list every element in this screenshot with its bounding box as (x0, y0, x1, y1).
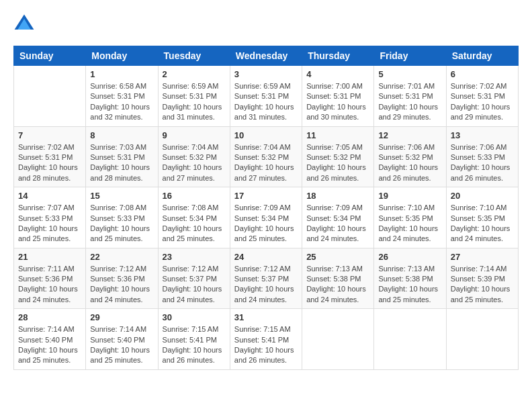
calendar-cell: 27Sunrise: 7:14 AM Sunset: 5:39 PM Dayli… (446, 248, 518, 309)
day-number: 14 (18, 191, 81, 201)
day-info: Sunrise: 7:13 AM Sunset: 5:38 PM Dayligh… (378, 264, 441, 306)
calendar-cell: 21Sunrise: 7:11 AM Sunset: 5:36 PM Dayli… (14, 248, 86, 309)
calendar-cell: 22Sunrise: 7:12 AM Sunset: 5:36 PM Dayli… (86, 248, 158, 309)
calendar-cell: 11Sunrise: 7:05 AM Sunset: 5:32 PM Dayli… (302, 126, 374, 187)
day-number: 3 (234, 69, 298, 79)
day-info: Sunrise: 7:10 AM Sunset: 5:35 PM Dayligh… (378, 203, 441, 244)
day-info: Sunrise: 7:04 AM Sunset: 5:32 PM Dayligh… (163, 142, 226, 184)
column-header-wednesday: Wednesday (230, 46, 302, 66)
day-info: Sunrise: 7:14 AM Sunset: 5:39 PM Dayligh… (451, 264, 514, 306)
calendar-cell: 30Sunrise: 7:15 AM Sunset: 5:41 PM Dayli… (158, 309, 230, 370)
calendar-cell: 7Sunrise: 7:02 AM Sunset: 5:31 PM Daylig… (14, 126, 86, 187)
day-info: Sunrise: 7:15 AM Sunset: 5:41 PM Dayligh… (163, 324, 226, 366)
calendar-cell: 10Sunrise: 7:04 AM Sunset: 5:32 PM Dayli… (230, 126, 302, 187)
day-info: Sunrise: 7:03 AM Sunset: 5:31 PM Dayligh… (90, 142, 153, 184)
day-info: Sunrise: 7:02 AM Sunset: 5:31 PM Dayligh… (451, 81, 514, 123)
column-header-tuesday: Tuesday (158, 46, 230, 66)
day-number: 9 (163, 130, 226, 140)
day-number: 15 (90, 191, 153, 201)
calendar-cell: 3Sunrise: 6:59 AM Sunset: 5:31 PM Daylig… (230, 66, 302, 127)
day-info: Sunrise: 7:07 AM Sunset: 5:33 PM Dayligh… (18, 203, 81, 244)
calendar-week-row: 14Sunrise: 7:07 AM Sunset: 5:33 PM Dayli… (14, 187, 519, 248)
day-number: 18 (306, 191, 369, 201)
day-number: 29 (90, 312, 153, 322)
calendar-week-row: 1Sunrise: 6:58 AM Sunset: 5:31 PM Daylig… (14, 66, 519, 127)
calendar-week-row: 21Sunrise: 7:11 AM Sunset: 5:36 PM Dayli… (14, 248, 519, 309)
calendar-cell: 19Sunrise: 7:10 AM Sunset: 5:35 PM Dayli… (374, 187, 446, 248)
page-header (13, 13, 519, 35)
day-number: 4 (306, 69, 369, 79)
logo-icon (13, 13, 35, 35)
calendar-cell: 13Sunrise: 7:06 AM Sunset: 5:33 PM Dayli… (446, 126, 518, 187)
calendar-cell: 8Sunrise: 7:03 AM Sunset: 5:31 PM Daylig… (86, 126, 158, 187)
calendar-cell: 17Sunrise: 7:09 AM Sunset: 5:34 PM Dayli… (230, 187, 302, 248)
calendar-table: SundayMondayTuesdayWednesdayThursdayFrid… (13, 46, 519, 370)
calendar-cell (14, 66, 86, 127)
calendar-cell (374, 309, 446, 370)
calendar-body: 1Sunrise: 6:58 AM Sunset: 5:31 PM Daylig… (14, 66, 519, 370)
calendar-cell: 4Sunrise: 7:00 AM Sunset: 5:31 PM Daylig… (302, 66, 374, 127)
day-number: 6 (451, 69, 514, 79)
calendar-cell: 2Sunrise: 6:59 AM Sunset: 5:31 PM Daylig… (158, 66, 230, 127)
column-header-friday: Friday (374, 46, 446, 66)
calendar-cell (446, 309, 518, 370)
day-info: Sunrise: 7:06 AM Sunset: 5:33 PM Dayligh… (451, 142, 514, 184)
day-info: Sunrise: 7:15 AM Sunset: 5:41 PM Dayligh… (234, 324, 298, 366)
day-info: Sunrise: 7:14 AM Sunset: 5:40 PM Dayligh… (18, 324, 81, 366)
day-info: Sunrise: 6:58 AM Sunset: 5:31 PM Dayligh… (90, 81, 153, 123)
calendar-cell: 28Sunrise: 7:14 AM Sunset: 5:40 PM Dayli… (14, 309, 86, 370)
calendar-cell: 31Sunrise: 7:15 AM Sunset: 5:41 PM Dayli… (230, 309, 302, 370)
calendar-cell: 5Sunrise: 7:01 AM Sunset: 5:31 PM Daylig… (374, 66, 446, 127)
day-number: 12 (378, 130, 441, 140)
day-number: 20 (451, 191, 514, 201)
day-info: Sunrise: 7:13 AM Sunset: 5:38 PM Dayligh… (306, 264, 369, 306)
day-info: Sunrise: 6:59 AM Sunset: 5:31 PM Dayligh… (234, 81, 298, 123)
day-info: Sunrise: 7:04 AM Sunset: 5:32 PM Dayligh… (234, 142, 298, 184)
day-number: 24 (234, 252, 298, 262)
day-info: Sunrise: 7:12 AM Sunset: 5:36 PM Dayligh… (90, 264, 153, 306)
day-info: Sunrise: 7:08 AM Sunset: 5:34 PM Dayligh… (163, 203, 226, 244)
column-header-sunday: Sunday (14, 46, 86, 66)
day-number: 19 (378, 191, 441, 201)
day-number: 10 (234, 130, 298, 140)
calendar-cell: 18Sunrise: 7:09 AM Sunset: 5:34 PM Dayli… (302, 187, 374, 248)
calendar-header: SundayMondayTuesdayWednesdayThursdayFrid… (14, 46, 519, 66)
day-info: Sunrise: 7:02 AM Sunset: 5:31 PM Dayligh… (18, 142, 81, 184)
calendar-cell: 6Sunrise: 7:02 AM Sunset: 5:31 PM Daylig… (446, 66, 518, 127)
day-info: Sunrise: 7:12 AM Sunset: 5:37 PM Dayligh… (234, 264, 298, 306)
day-number: 2 (163, 69, 226, 79)
calendar-cell (302, 309, 374, 370)
day-number: 13 (451, 130, 514, 140)
calendar-cell: 26Sunrise: 7:13 AM Sunset: 5:38 PM Dayli… (374, 248, 446, 309)
calendar-cell: 9Sunrise: 7:04 AM Sunset: 5:32 PM Daylig… (158, 126, 230, 187)
day-number: 25 (306, 252, 369, 262)
calendar-week-row: 28Sunrise: 7:14 AM Sunset: 5:40 PM Dayli… (14, 309, 519, 370)
day-info: Sunrise: 7:09 AM Sunset: 5:34 PM Dayligh… (234, 203, 298, 244)
calendar-cell: 15Sunrise: 7:08 AM Sunset: 5:33 PM Dayli… (86, 187, 158, 248)
day-number: 7 (18, 130, 81, 140)
calendar-cell: 23Sunrise: 7:12 AM Sunset: 5:37 PM Dayli… (158, 248, 230, 309)
column-header-monday: Monday (86, 46, 158, 66)
calendar-cell: 29Sunrise: 7:14 AM Sunset: 5:40 PM Dayli… (86, 309, 158, 370)
column-header-saturday: Saturday (446, 46, 518, 66)
day-info: Sunrise: 7:12 AM Sunset: 5:37 PM Dayligh… (163, 264, 226, 306)
calendar-cell: 16Sunrise: 7:08 AM Sunset: 5:34 PM Dayli… (158, 187, 230, 248)
day-info: Sunrise: 7:06 AM Sunset: 5:32 PM Dayligh… (378, 142, 441, 184)
day-number: 1 (90, 69, 153, 79)
day-info: Sunrise: 7:01 AM Sunset: 5:31 PM Dayligh… (378, 81, 441, 123)
calendar-cell: 12Sunrise: 7:06 AM Sunset: 5:32 PM Dayli… (374, 126, 446, 187)
day-info: Sunrise: 7:08 AM Sunset: 5:33 PM Dayligh… (90, 203, 153, 244)
day-number: 17 (234, 191, 298, 201)
day-number: 11 (306, 130, 369, 140)
day-info: Sunrise: 7:11 AM Sunset: 5:36 PM Dayligh… (18, 264, 81, 306)
calendar-cell: 14Sunrise: 7:07 AM Sunset: 5:33 PM Dayli… (14, 187, 86, 248)
day-number: 16 (163, 191, 226, 201)
day-number: 26 (378, 252, 441, 262)
day-number: 5 (378, 69, 441, 79)
calendar-cell: 1Sunrise: 6:58 AM Sunset: 5:31 PM Daylig… (86, 66, 158, 127)
day-info: Sunrise: 6:59 AM Sunset: 5:31 PM Dayligh… (163, 81, 226, 123)
day-number: 27 (451, 252, 514, 262)
calendar-cell: 20Sunrise: 7:10 AM Sunset: 5:35 PM Dayli… (446, 187, 518, 248)
day-number: 21 (18, 252, 81, 262)
column-header-thursday: Thursday (302, 46, 374, 66)
